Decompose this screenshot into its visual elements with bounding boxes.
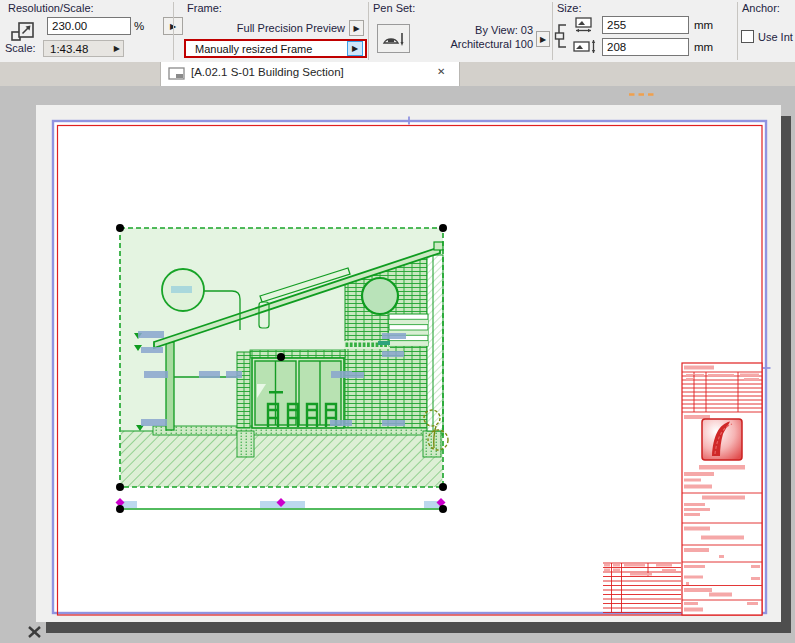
title-block[interactable] [682,363,762,615]
resolution-scale-label: Resolution/Scale: [8,2,94,14]
scale-label: Scale: [5,42,36,54]
pen-set-options-button[interactable]: ▶ [536,31,550,47]
layout-drawing-icon [168,67,186,85]
tab-bar: [A.02.1 S-01 Building Section] ✕ [0,62,795,86]
ground-hatch [121,431,442,487]
foundation-pier [423,431,441,457]
right-wall [427,255,443,431]
resolution-value: 230.00 [52,20,87,32]
toolbar-divider [552,2,553,60]
frame-resize-option-label: Manually resized Frame [186,43,347,55]
frame-label: Frame: [187,2,222,14]
arrow-right-icon: ▶ [540,35,546,44]
pen-set-value-line1: By View: 03 [415,23,533,37]
toolbar-divider [737,2,738,60]
lintel-beam [250,350,345,358]
width-value: 255 [607,19,626,31]
placed-drawing-building-section[interactable] [116,224,448,491]
height-unit: mm [694,41,713,53]
layout-canvas[interactable] [0,86,795,643]
pen-set-value-line2: Architectural 100 [415,37,533,51]
left-wall [166,342,174,430]
size-label: Size: [557,2,581,14]
resolution-input[interactable]: 230.00 [47,17,131,35]
frame-preview-options-button[interactable]: ▶ [349,20,364,36]
drawing-height-icon [572,39,598,59]
arrow-right-icon: ▶ [114,44,120,53]
arrow-right-icon: ▶ [353,24,359,33]
origin-marker [29,627,40,637]
application-window: Resolution/Scale: 230.00 % ▶ Scale: 1:43… [0,0,795,643]
scale-value: 1:43.48 [50,43,88,55]
pen-set-button[interactable] [377,24,410,53]
height-value: 208 [607,41,626,53]
arrow-right-icon: ▶ [352,44,358,53]
archicad-logo [702,419,742,460]
width-unit: mm [694,19,713,31]
gutter [434,242,443,250]
toolbar-divider [368,2,369,60]
pen-set-label: Pen Set: [373,2,415,14]
drawing-width-icon [572,17,598,37]
round-window [362,278,398,314]
foundation-pier [237,431,254,457]
anchor-mark [378,341,390,345]
drawing-settings-toolbar: Resolution/Scale: 230.00 % ▶ Scale: 1:43… [0,0,795,62]
frame-preview-option[interactable]: Full Precision Preview [180,21,345,35]
frame-resize-option-highlighted[interactable]: Manually resized Frame ▶ [184,39,367,58]
scale-field[interactable]: 1:43.48 ▶ [43,40,124,57]
percent-label: % [134,20,144,32]
tab-title: [A.02.1 S-01 Building Section] [191,66,344,78]
louver-stack [389,314,428,346]
tab-close-icon[interactable]: ✕ [437,66,445,77]
toolbar-divider [173,2,174,60]
use-internal-origin-label: Use Int [758,31,793,43]
pen-set-value[interactable]: By View: 03 Architectural 100 [415,23,533,51]
anchor-label: Anchor: [742,2,780,14]
pen-set-icon [381,30,407,48]
sectioned-post [237,352,250,428]
frame-resize-options-button[interactable]: ▶ [347,41,363,56]
tree-label-highlight [171,286,192,293]
link-dimensions-icon[interactable] [554,21,570,55]
use-internal-origin-checkbox[interactable] [741,30,754,43]
tab-building-section[interactable]: [A.02.1 S-01 Building Section] ✕ [160,62,460,86]
height-input[interactable]: 208 [602,38,689,56]
width-input[interactable]: 255 [602,16,689,34]
